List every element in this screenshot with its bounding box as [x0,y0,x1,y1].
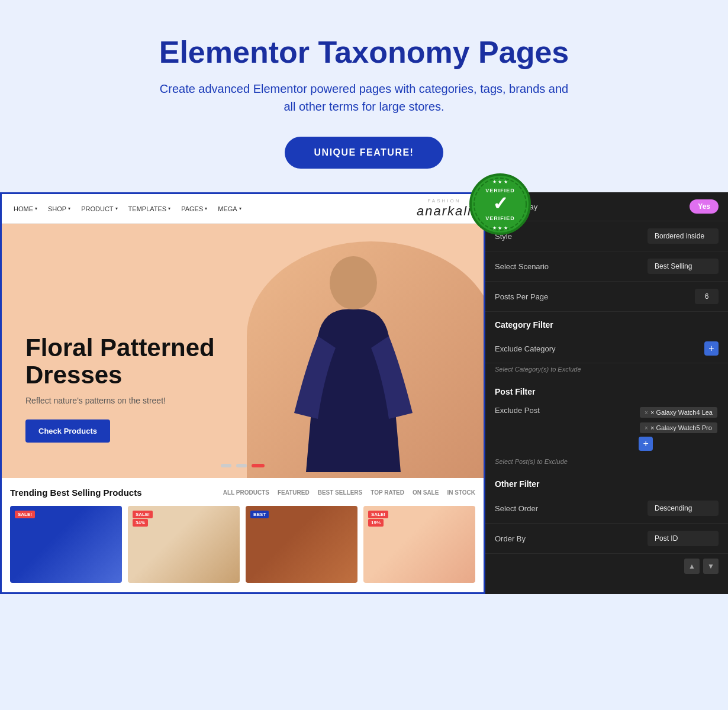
tag-galaxy-watch4: × × Galaxy Watch4 Lea [640,407,717,418]
products-title: Trending Best Selling Products [10,488,142,498]
scenario-label: Select Scenario [495,262,549,271]
scroll-buttons: ▲ ▼ [485,554,728,579]
exclude-category-add-button[interactable]: + [704,341,719,356]
nav-links: HOME ▾ SHOP ▾ PRODUCT ▾ TEMPLATES ▾ PAGE… [14,205,241,212]
site-hero-subtitle: Reflect nature's patterns on the street! [25,396,250,405]
check-products-button[interactable]: Check Products [25,419,110,443]
nav-product-label: PRODUCT [81,205,113,212]
filter-best-sellers[interactable]: BEST SELLERS [318,489,363,496]
nav-mega[interactable]: MEGA ▾ [218,205,241,212]
slider-dots [221,464,265,467]
select-order-row: Select Order Descending [485,493,728,524]
filter-on-sale[interactable]: ON SALE [413,489,439,496]
site-hero-banner: Floral Patterned Dresses Reflect nature'… [2,224,484,478]
product-card-3: BEST [246,506,357,583]
sale-badge-2: SALE! [133,511,153,518]
order-by-value[interactable]: Post ID [648,531,719,546]
product-card-2: SALE! 34% [128,506,240,583]
site-logo: FASHION anarkali [417,198,472,219]
logo-tagline: FASHION [417,198,472,204]
posts-per-page-value[interactable]: 6 [695,289,719,304]
svg-text:✓: ✓ [492,193,508,214]
hero-subtitle: Create advanced Elementor powered pages … [157,80,571,115]
posts-per-page-label: Posts Per Page [495,292,548,301]
nav-pages[interactable]: PAGES ▾ [181,205,207,212]
site-nav: HOME ▾ SHOP ▾ PRODUCT ▾ TEMPLATES ▾ PAGE… [2,194,484,224]
nav-templates-arrow: ▾ [168,206,170,211]
exclude-category-label: Exclude Category [495,344,556,353]
header-display-toggle[interactable]: Yes [690,199,719,214]
best-badge-3: BEST [250,511,269,518]
category-filter-header: Category Filter [485,312,728,334]
other-filter-header: Other Filter [485,471,728,493]
product-card-4: SALE! 19% [363,506,475,583]
site-hero-title: Floral Patterned Dresses [25,334,250,389]
nav-mega-label: MEGA [218,205,237,212]
nav-pages-label: PAGES [181,205,203,212]
exclude-post-row: Exclude Post × × Galaxy Watch4 Lea × × G… [495,406,719,451]
product-grid: SALE! SALE! 34% BEST SALE! 19% [10,506,475,583]
nav-product-arrow: ▾ [115,206,118,211]
discount-badge-2: 34% [133,519,148,527]
hero-person [270,247,436,478]
exclude-category-row: Exclude Category + [485,334,728,363]
hero-title: Elementor Taxonomy Pages [24,36,704,69]
order-by-row: Order By Post ID [485,524,728,554]
hero-content: Floral Patterned Dresses Reflect nature'… [25,334,250,443]
select-order-value[interactable]: Descending [648,501,719,516]
tag-x-1[interactable]: × [645,409,648,416]
products-header: Trending Best Selling Products ALL PRODU… [10,488,475,498]
filter-featured[interactable]: FEATURED [278,489,310,496]
svg-text:★ ★ ★: ★ ★ ★ [492,225,507,231]
products-filters: ALL PRODUCTS FEATURED BEST SELLERS TOP R… [223,489,475,496]
products-section: Trending Best Selling Products ALL PRODU… [2,478,484,592]
posts-per-page-row: Posts Per Page 6 [485,282,728,312]
exclude-post-tags-container: × × Galaxy Watch4 Lea × × Galaxy Watch5 … [639,406,719,451]
scroll-up-button[interactable]: ▲ [684,559,700,574]
svg-point-7 [330,256,377,309]
exclude-category-hint: Select Category(s) to Exclude [485,363,728,379]
exclude-post-hint: Select Post(s) to Exclude [485,456,728,471]
hero-section: Elementor Taxonomy Pages Create advanced… [0,0,728,192]
tags-list: × × Galaxy Watch4 Lea × × Galaxy Watch5 … [639,406,719,434]
nav-home-arrow: ▾ [35,206,37,211]
nav-templates-label: TEMPLATES [128,205,167,212]
dot-3 [252,464,265,467]
scenario-value[interactable]: Best Selling [648,259,719,274]
right-panel: ader Display Yes Style Bordered inside S… [485,192,728,594]
filter-all[interactable]: ALL PRODUCTS [223,489,269,496]
unique-feature-button[interactable]: UNIQUE FEATURE! [285,137,444,169]
nav-home[interactable]: HOME ▾ [14,205,37,212]
style-value[interactable]: Bordered inside [648,228,719,244]
exclude-post-label: Exclude Post [495,406,540,415]
sale-badge-1: SALE! [15,511,35,518]
dot-2 [236,464,247,467]
discount-badge-4: 19% [368,519,384,527]
nav-product[interactable]: PRODUCT ▾ [81,205,117,212]
post-filter-header: Post Filter [485,379,728,401]
scroll-down-button[interactable]: ▼ [703,559,719,574]
select-order-label: Select Order [495,504,538,513]
tag-label-1: × Galaxy Watch4 Lea [650,409,713,416]
sale-badge-4: SALE! [368,511,388,518]
logo-name: anarkali [417,204,472,219]
nav-shop-arrow: ▾ [68,206,70,211]
nav-mega-arrow: ▾ [239,206,241,211]
preview-container: HOME ▾ SHOP ▾ PRODUCT ▾ TEMPLATES ▾ PAGE… [0,192,728,594]
dot-1 [221,464,231,467]
nav-pages-arrow: ▾ [205,206,207,211]
nav-home-label: HOME [14,205,33,212]
tag-galaxy-watch5: × × Galaxy Watch5 Pro [640,422,717,433]
filter-in-stock[interactable]: IN STOCK [447,489,475,496]
exclude-post-add-button[interactable]: + [639,437,653,451]
nav-shop-label: SHOP [48,205,66,212]
svg-text:VERIFIED: VERIFIED [485,215,515,221]
tag-x-2[interactable]: × [645,425,648,431]
nav-shop[interactable]: SHOP ▾ [48,205,70,212]
verified-badge: ★ ★ ★ ★ ★ ★ VERIFIED ✓ VERIFIED [468,172,533,237]
filter-top-rated[interactable]: TOP RATED [371,489,404,496]
exclude-post-section: Exclude Post × × Galaxy Watch4 Lea × × G… [485,401,728,456]
nav-templates[interactable]: TEMPLATES ▾ [128,205,171,212]
order-by-label: Order By [495,534,526,543]
tag-label-2: × Galaxy Watch5 Pro [650,424,712,431]
